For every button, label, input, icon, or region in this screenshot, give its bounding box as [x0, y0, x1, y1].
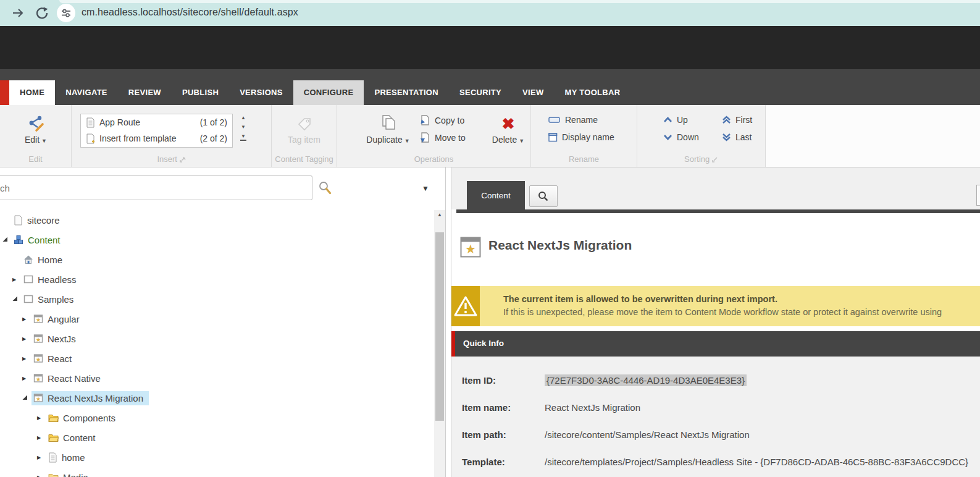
expand-icon[interactable]: ▶	[37, 475, 46, 477]
field-label: Item ID:	[462, 375, 545, 386]
tree-item-content-folder[interactable]: ▶ Content	[0, 428, 434, 447]
tree-item-react-native[interactable]: ▶ ★ React Native	[0, 368, 434, 388]
copy-to-button[interactable]: Copy to	[419, 115, 464, 126]
star-window-icon: ★	[33, 314, 43, 324]
expand-icon[interactable]: ▶	[22, 316, 31, 322]
collapse-icon[interactable]	[12, 296, 22, 303]
tree-item-react[interactable]: ▶ ★ React	[0, 348, 434, 368]
quick-info-fields: Item ID: {72E7F3D0-3A8C-4446-AD19-4D3AE0…	[451, 357, 980, 477]
document-lines-icon	[48, 452, 57, 463]
group-expand-icon[interactable]	[180, 156, 186, 163]
tree-item-media[interactable]: ▶ Media	[0, 467, 434, 477]
star-window-icon: ★	[33, 353, 43, 363]
duplicate-icon	[380, 114, 397, 132]
scroll-up-icon[interactable]: ▲	[434, 210, 445, 220]
tree-item-home[interactable]: Home	[0, 250, 434, 269]
search-icon	[537, 190, 550, 203]
expand-icon[interactable]: ▶	[37, 435, 46, 441]
display-name-button[interactable]: Display name	[548, 132, 614, 142]
group-label-sorting: Sorting	[637, 154, 765, 164]
tab-home[interactable]: HOME	[9, 80, 55, 105]
expand-icon[interactable]: ▶	[22, 356, 31, 361]
warning-title: The current item is allowed to be overwr…	[503, 293, 942, 306]
move-to-icon	[419, 132, 430, 143]
spinner-up-icon[interactable]: ▲	[238, 113, 248, 122]
sort-down-button[interactable]: Down	[663, 132, 699, 142]
ribbon-group-operations: Duplicate▼ Copy to Move to ✖ Delete▼ Ope…	[337, 105, 531, 167]
site-info-button[interactable]	[57, 4, 75, 22]
rename-icon	[548, 116, 561, 124]
search-input[interactable]	[0, 175, 312, 200]
tree-item-samples[interactable]: Samples	[0, 289, 434, 309]
tab-versions[interactable]: VERSIONS	[229, 80, 293, 105]
field-row-item-id: Item ID: {72E7F3D0-3A8C-4446-AD19-4D3AE0…	[451, 366, 980, 394]
tree-item-components[interactable]: ▶ Components	[0, 408, 434, 428]
tab-content[interactable]: Content	[467, 181, 525, 209]
tab-presentation[interactable]: PRESENTATION	[364, 80, 449, 105]
tree-item-content[interactable]: Content	[0, 230, 434, 250]
section-accent-stripe	[451, 331, 455, 357]
quick-info-header[interactable]: Quick Info	[451, 331, 980, 357]
insert-option-app-route[interactable]: App Route (1 of 2)	[81, 114, 232, 130]
expand-icon[interactable]: ▶	[22, 376, 31, 381]
spinner-down-icon[interactable]: ▼	[238, 122, 248, 132]
forward-icon[interactable]	[11, 6, 25, 20]
svg-text:★: ★	[465, 242, 476, 256]
collapse-icon[interactable]	[2, 237, 12, 243]
spinner-end-icon[interactable]: ▼	[240, 133, 246, 141]
tab-publish[interactable]: PUBLISH	[172, 80, 229, 105]
clipped-edge-button[interactable]	[976, 185, 980, 206]
search-icon[interactable]	[317, 180, 332, 196]
tab-review[interactable]: REVIEW	[118, 80, 172, 105]
copy-to-icon	[419, 115, 430, 126]
dropdown-caret-icon: ▼	[519, 138, 524, 144]
sitecore-accent-block	[0, 80, 9, 105]
tree-item-angular[interactable]: ▶ ★ Angular	[0, 309, 434, 329]
tab-security[interactable]: SECURITY	[449, 80, 512, 105]
content-search-button[interactable]	[529, 185, 558, 207]
rename-button[interactable]: Rename	[548, 115, 598, 125]
ribbon-group-sorting: Up Down First Last Sorting	[637, 105, 766, 167]
expand-icon[interactable]: ▶	[12, 277, 22, 282]
expand-icon[interactable]: ▶	[37, 415, 46, 421]
ribbon-group-insert: App Route (1 of 2) Insert from template …	[72, 105, 272, 167]
item-id-value[interactable]: {72E7F3D0-3A8C-4446-AD19-4D3AE0E4E3E3}	[545, 374, 747, 386]
item-path-value: /sitecore/content/Samples/React NextJs M…	[545, 429, 750, 440]
expand-icon[interactable]: ▶	[22, 336, 31, 342]
tab-configure[interactable]: CONFIGURE	[293, 80, 364, 105]
reload-icon[interactable]	[35, 6, 49, 20]
group-expand-icon[interactable]	[712, 156, 718, 163]
address-bar-url[interactable]: cm.headless.localhost/sitecore/shell/def…	[82, 7, 298, 18]
content-tree-panel: ▼ sitecore Content Home	[0, 167, 446, 477]
move-to-button[interactable]: Move to	[419, 132, 466, 143]
ribbon-group-rename: Rename Display name Rename	[531, 105, 637, 167]
scrollbar-thumb[interactable]	[435, 232, 444, 421]
tree-item-nextjs[interactable]: ▶ ★ NextJs	[0, 329, 434, 348]
insert-option-from-template[interactable]: Insert from template (2 of 2)	[81, 130, 232, 146]
tree-item-react-nextjs-migration[interactable]: ★ React NextJs Migration	[0, 388, 434, 408]
sort-up-button[interactable]: Up	[663, 115, 688, 125]
double-chevron-down-icon	[722, 133, 731, 141]
content-tree: sitecore Content Home ▶ Headless	[0, 210, 434, 477]
sort-first-button[interactable]: First	[722, 115, 752, 125]
tab-my-toolbar[interactable]: MY TOOLBAR	[555, 80, 631, 105]
field-row-item-name: Item name: React NextJs Migration	[451, 394, 980, 421]
tree-item-headless[interactable]: ▶ Headless	[0, 269, 434, 289]
ribbon-tab-bar: HOME NAVIGATE REVIEW PUBLISH VERSIONS CO…	[0, 69, 980, 105]
tree-scrollbar[interactable]: ▲	[434, 210, 445, 477]
tree-item-sitecore[interactable]: sitecore	[0, 210, 434, 230]
edit-button[interactable]: Edit▼	[5, 112, 67, 145]
delete-button[interactable]: ✖ Delete▼	[484, 112, 533, 145]
group-label-insert: Insert	[72, 154, 271, 164]
expand-icon[interactable]: ▶	[37, 455, 46, 460]
duplicate-button[interactable]: Duplicate▼	[356, 112, 421, 145]
warning-body: If this is unexpected, please move the i…	[503, 306, 942, 319]
dropdown-caret-icon: ▼	[404, 138, 410, 144]
search-dropdown-caret-icon[interactable]: ▼	[422, 184, 429, 193]
sort-last-button[interactable]: Last	[722, 132, 752, 142]
editor-tab-underline	[456, 209, 980, 213]
tab-navigate[interactable]: NAVIGATE	[55, 80, 118, 105]
tree-item-home-page[interactable]: ▶ home	[0, 447, 434, 467]
tab-view[interactable]: VIEW	[512, 80, 554, 105]
collapse-icon[interactable]	[22, 395, 31, 402]
